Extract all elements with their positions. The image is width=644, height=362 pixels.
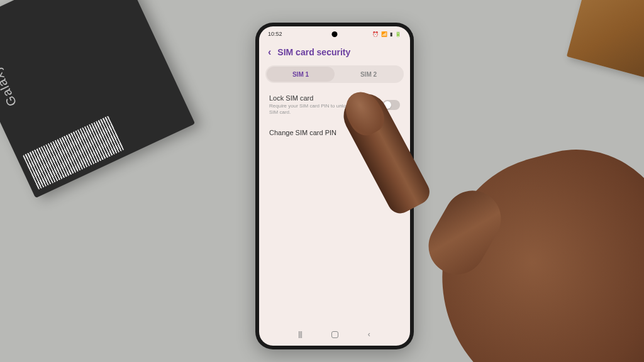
product-box: Galaxy S25 Ultra	[0, 0, 195, 198]
battery-icon: 🔋	[395, 31, 401, 37]
tab-sim1[interactable]: SIM 1	[267, 67, 335, 82]
wifi-icon: 📶	[381, 31, 387, 37]
app-header: ‹ SIM card security	[259, 41, 410, 60]
status-icons: ⏰ 📶 ▮ 🔋	[372, 31, 401, 37]
nav-recent-icon[interactable]	[299, 331, 302, 338]
human-hand	[355, 75, 644, 362]
camera-hole	[332, 31, 338, 37]
nav-home-icon[interactable]	[331, 331, 338, 338]
back-icon[interactable]: ‹	[268, 47, 271, 58]
status-time: 10:52	[268, 31, 282, 37]
page-title: SIM card security	[277, 47, 350, 57]
barcode	[23, 116, 124, 190]
signal-icon: ▮	[390, 31, 392, 37]
alarm-icon: ⏰	[372, 31, 379, 37]
product-box-label: Galaxy S25 Ultra	[0, 7, 19, 108]
wooden-block	[567, 0, 644, 79]
